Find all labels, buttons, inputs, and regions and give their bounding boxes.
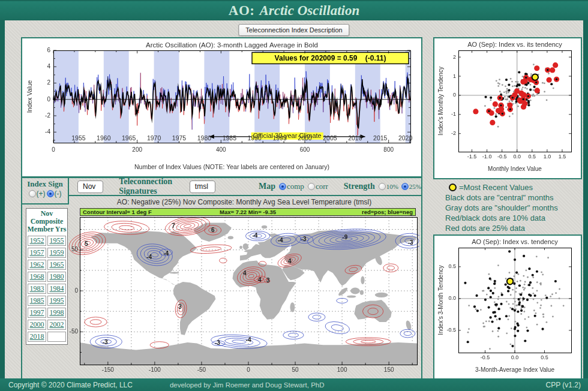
year-link-1984[interactable]: 1984 (47, 284, 66, 294)
composite-years-header-line3: Member Yrs (27, 225, 67, 233)
version-text: CPP (v1.2) (546, 381, 581, 389)
timeseries-chart (22, 38, 419, 174)
timeseries-panel (21, 37, 422, 178)
year-link-1965[interactable]: 1965 (47, 260, 66, 270)
year-link-2002[interactable]: 2002 (47, 320, 66, 330)
year-link-1968[interactable]: 1968 (28, 272, 46, 282)
year-link-1985[interactable]: 1985 (28, 296, 46, 306)
map-corr-label: corr (316, 182, 328, 191)
page-title: AO: (229, 3, 255, 19)
threemonth-scatter-panel (433, 234, 582, 380)
threemonth-scatter-chart (434, 236, 578, 377)
strength-label: Strength (344, 182, 375, 191)
map-label: Map (259, 182, 275, 191)
page-title-italic: Arctic Oscillation (259, 3, 359, 19)
year-link-1957[interactable]: 1957 (28, 248, 46, 258)
map-corr-radio[interactable] (308, 183, 315, 190)
year-link-1962[interactable]: 1962 (28, 260, 46, 270)
map-comp-radio[interactable] (279, 183, 286, 190)
map-block: Contour Interval= 1 deg F Max= 7.22 Min=… (64, 207, 419, 375)
map-minmax-label: Max= 7.22 Min= -9.35 (220, 209, 276, 215)
year-cell-empty (47, 332, 66, 342)
year-link-1997[interactable]: 1997 (28, 308, 46, 318)
year-link-1980[interactable]: 1980 (47, 272, 66, 282)
map-title: AO: Negative (25%) Nov Composite: Monthl… (73, 198, 416, 206)
composite-section: Index Sign (+) (-) Nov ▲▼ Teleconnection… (21, 177, 422, 380)
strength-10-radio[interactable] (379, 183, 386, 190)
index-sign-label: Index Sign (22, 179, 68, 189)
legend-central: Black dots are "central" months (428, 193, 582, 203)
year-link-2018[interactable]: 2018 (28, 332, 46, 342)
legend-25pct: Red dots are 25% data (428, 223, 582, 233)
teleconnection-description-button[interactable]: Teleconnection Index Description (238, 24, 349, 36)
monthly-scatter-chart (434, 38, 578, 176)
map-info-bar: Contour Interval= 1 deg F Max= 7.22 Min=… (80, 208, 416, 216)
yellow-ring-icon (449, 184, 457, 191)
legend-most-recent: =Most Recent Values (428, 182, 582, 193)
contour-interval-label: Contour Interval= 1 deg F (83, 209, 152, 215)
developed-by-text: developed by Jim Roemer and Doug Stewart… (170, 381, 325, 389)
index-sign-negative-radio[interactable] (47, 190, 54, 197)
scatter-legend: =Most Recent Values Black dots are "cent… (428, 182, 582, 233)
index-sign-positive-label: (+) (37, 190, 46, 198)
year-link-1952[interactable]: 1952 (28, 236, 46, 246)
main-content: Teleconnection Index Description =Most R… (5, 20, 583, 378)
legend-10pct: Red/black dots are 10% data (428, 213, 582, 223)
signature-select[interactable]: tmsl ▲▼ (190, 181, 215, 193)
map-comp-label: comp (287, 182, 304, 191)
legend-shoulder: Gray dots are "shoulder" months (428, 203, 582, 213)
index-sign-negative-label: (-) (55, 190, 62, 198)
composite-years-grid: 1952195519571959196219651968198019831984… (27, 236, 67, 342)
year-link-1955[interactable]: 1955 (47, 236, 66, 246)
composite-years-table: Nov Composite Member Yrs 195219551957195… (26, 208, 68, 345)
map-colorkey-label: red=pos; blue=neg (362, 209, 413, 215)
copyright-text: Copyright © 2020 Climate Predict, LLC (8, 381, 133, 389)
year-link-2000[interactable]: 2000 (28, 320, 46, 330)
year-link-1983[interactable]: 1983 (28, 284, 46, 294)
month-select[interactable]: Nov ▲▼ (77, 181, 103, 193)
control-bar: Nov ▲▼ Teleconnection Signatures tmsl ▲▼… (69, 178, 421, 196)
monthly-scatter-panel (433, 37, 582, 179)
strength-25-radio[interactable] (401, 183, 409, 190)
app-footer: Copyright © 2020 Climate Predict, LLC de… (0, 378, 588, 391)
app-header: AO: Arctic Oscillation (0, 1, 588, 20)
year-link-1995[interactable]: 1995 (47, 296, 66, 306)
strength-10-label: 10% (386, 183, 398, 190)
year-link-1959[interactable]: 1959 (47, 248, 66, 258)
composite-map-chart (64, 217, 419, 374)
index-sign-box: Index Sign (+) (-) (22, 178, 69, 204)
strength-25-label: 25% (409, 183, 421, 190)
signatures-label: Teleconnection Signatures (119, 177, 181, 196)
index-sign-positive-radio[interactable] (29, 190, 36, 197)
year-link-1998[interactable]: 1998 (47, 308, 66, 318)
